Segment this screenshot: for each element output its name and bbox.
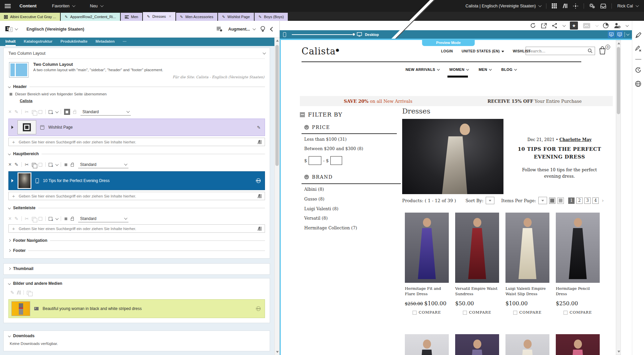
header-variation-select[interactable]: Standard	[80, 108, 131, 116]
items-per-page-select[interactable]	[538, 197, 547, 204]
product-card[interactable]: Hermitage Fit and Flare Dress $250.00$10…	[405, 213, 449, 315]
shared-slot-icon[interactable]	[64, 217, 68, 221]
tab-more[interactable]: ⋯	[123, 38, 127, 46]
expand-icon[interactable]	[11, 126, 13, 129]
paste-icon[interactable]	[39, 163, 42, 167]
filter-bars-icon[interactable]	[258, 140, 261, 144]
tab-boys[interactable]: ✎ Boys (Boys)	[255, 13, 288, 21]
login-link[interactable]: LOGIN	[441, 49, 453, 53]
next-page-button[interactable]: ›	[602, 197, 604, 204]
filter-bars-icon[interactable]	[258, 194, 261, 198]
hamburger-menu-icon[interactable]	[5, 3, 11, 9]
component-wishlist-page[interactable]: Wishlist Page ✎	[8, 119, 265, 136]
nav-new-arrivals[interactable]: NEW ARRIVALS	[406, 68, 439, 72]
site-language-selector[interactable]: Calista | Englisch (Vereinigte Staaten)	[466, 4, 541, 8]
brand-option[interactable]: Gusso (8)	[304, 196, 324, 202]
page-button-4[interactable]: 4	[592, 197, 599, 204]
brand-option[interactable]: Luigi Valenti (8)	[304, 206, 338, 211]
slot-sharing-toggle[interactable]	[64, 109, 70, 115]
compare-checkbox[interactable]	[463, 311, 467, 315]
collapse-left-panel-icon[interactable]	[270, 27, 275, 31]
inherited-page-link[interactable]: Calista	[20, 99, 33, 103]
section-hauptbereich[interactable]: Hauptbereich	[8, 151, 265, 156]
preview-scrollbar[interactable]	[616, 40, 621, 355]
chevron-down-icon[interactable]	[626, 24, 629, 27]
lock-icon[interactable]	[71, 163, 74, 167]
cart-bag-icon[interactable]: 0	[599, 46, 607, 56]
shared-slot-icon[interactable]	[64, 163, 68, 167]
page-button-3[interactable]: 3	[584, 197, 591, 204]
lock-icon[interactable]	[73, 110, 76, 114]
copy-icon[interactable]	[32, 110, 36, 114]
library-bars-icon[interactable]	[562, 3, 568, 8]
menu-new[interactable]: Neu	[90, 4, 103, 8]
list-view-button[interactable]	[557, 197, 564, 204]
chevron-down-icon[interactable]	[626, 32, 630, 36]
brand-option[interactable]: Albini (8)	[304, 187, 324, 192]
price-max-input[interactable]	[330, 156, 342, 165]
tab-apparelrow2[interactable]: ✎ ApparelRow2_Content_Ri...	[61, 13, 120, 21]
scroll-up-icon[interactable]	[618, 42, 620, 44]
edit-pencil-icon[interactable]: ✎	[10, 290, 14, 295]
delete-icon[interactable]: ×	[8, 216, 11, 221]
search-icon[interactable]	[588, 48, 593, 53]
close-icon[interactable]: ×	[169, 14, 171, 19]
annotate-pen-icon[interactable]	[635, 32, 641, 38]
expand-icon[interactable]	[11, 179, 13, 182]
product-name[interactable]: Hermitage Fit and Flare Dress	[405, 286, 449, 297]
product-name[interactable]: Versatil Empire Waist Sundress	[455, 286, 499, 297]
product-image[interactable]	[455, 334, 499, 355]
augment-dropdown[interactable]: Augment...	[228, 27, 255, 32]
scrollbar-thumb[interactable]	[275, 45, 279, 166]
product-image[interactable]	[505, 213, 549, 283]
user-settings-icon[interactable]	[614, 23, 621, 29]
paste-icon[interactable]	[39, 110, 42, 114]
settings-gears-icon[interactable]	[589, 3, 595, 8]
main-variation-select[interactable]: Standard	[78, 161, 128, 168]
component-media-image[interactable]: Beautiful young woman in black and white…	[8, 299, 265, 318]
product-image[interactable]	[556, 334, 600, 355]
globe-icon[interactable]	[256, 306, 261, 311]
section-downloads[interactable]: Downloads	[8, 334, 265, 338]
tab-katalogstruktur[interactable]: Katalogstruktur	[24, 38, 53, 46]
section-thumbnail[interactable]: Thumbnail	[8, 266, 265, 271]
filter-bars-icon[interactable]	[17, 291, 20, 295]
basic-edit-view-button[interactable]	[608, 31, 615, 38]
copy-icon[interactable]	[27, 291, 31, 295]
paste-icon[interactable]	[39, 217, 42, 221]
product-card[interactable]	[405, 334, 449, 355]
sidebar-slot-search[interactable]: + Geben Sie hier einen Suchbegriff ein o…	[8, 224, 265, 233]
cut-icon[interactable]: ✂	[25, 162, 29, 167]
tab-men[interactable]: Men	[121, 13, 142, 21]
sync-history-icon[interactable]	[635, 67, 641, 73]
tab-albini-executive[interactable]: Albini Executive Cut Gray ...	[0, 13, 60, 21]
cut-icon[interactable]: ✂	[25, 109, 29, 114]
price-option[interactable]: Less than $100 (31)	[304, 137, 347, 142]
product-card[interactable]	[556, 334, 600, 355]
image-mode-icon[interactable]	[583, 23, 590, 29]
delete-icon[interactable]: ×	[8, 109, 11, 115]
copy-icon[interactable]	[32, 217, 36, 221]
advanced-edit-view-button[interactable]	[616, 31, 623, 38]
phone-icon[interactable]	[283, 32, 286, 37]
section-header[interactable]: Header	[8, 84, 265, 89]
copy-icon[interactable]	[32, 163, 36, 167]
section-media[interactable]: Bilder und andere Medien	[8, 281, 265, 286]
scroll-up-icon[interactable]	[276, 40, 279, 42]
chevron-down-icon[interactable]	[55, 110, 59, 113]
edit-pencil-icon[interactable]: ✎	[14, 162, 18, 167]
nav-men[interactable]: MEN	[479, 68, 491, 72]
cut-icon[interactable]: ✂	[25, 216, 29, 221]
globe-icon[interactable]	[256, 178, 261, 183]
delete-icon[interactable]: ×	[8, 162, 11, 167]
tab-metadaten[interactable]: Metadaten	[96, 38, 115, 46]
compare-checkbox[interactable]	[564, 311, 568, 315]
header-slot-search[interactable]: + Geben Sie hier einen Suchbegriff ein o…	[8, 138, 265, 146]
insert-component-icon[interactable]	[49, 217, 52, 221]
store-logo[interactable]: Calista⬤	[302, 46, 339, 56]
edit-pencil-icon[interactable]: ✎	[14, 109, 18, 114]
filter-bars-icon[interactable]	[258, 227, 261, 231]
locate-target-icon[interactable]	[573, 3, 578, 9]
collapse-minus-icon[interactable]	[300, 112, 305, 117]
brand-option[interactable]: Versatil (8)	[304, 216, 328, 221]
